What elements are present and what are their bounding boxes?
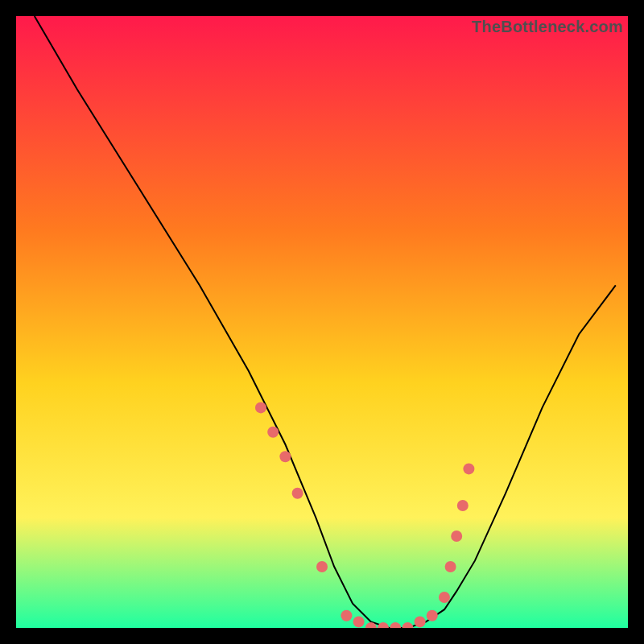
chart-svg (16, 16, 628, 628)
marker-dot (451, 530, 462, 542)
marker-dot (457, 500, 469, 511)
marker-dot (255, 402, 266, 413)
marker-dot (316, 561, 328, 572)
chart-frame: TheBottleneck.com (16, 16, 628, 628)
marker-dot (427, 610, 438, 621)
marker-dot (415, 616, 426, 627)
marker-dot (279, 451, 291, 462)
marker-dot (292, 488, 303, 499)
marker-dot (341, 610, 352, 621)
marker-dot (439, 592, 450, 603)
marker-dot (445, 561, 456, 572)
marker-dot (267, 427, 279, 438)
marker-dot (463, 463, 474, 474)
marker-dot (353, 616, 365, 627)
watermark-label: TheBottleneck.com (472, 18, 623, 36)
